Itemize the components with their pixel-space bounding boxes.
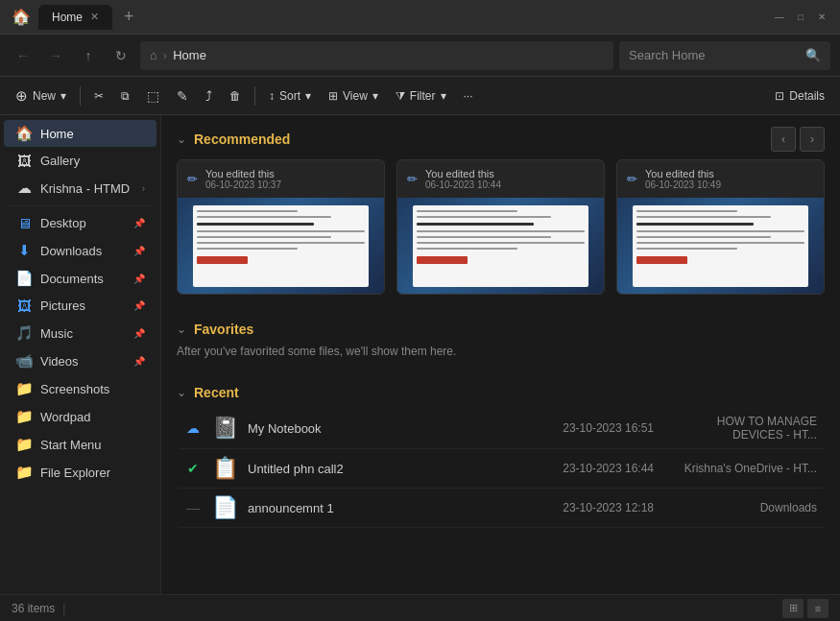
sort-arrow-icon: ▾ <box>305 89 311 103</box>
new-tab-button[interactable]: + <box>124 7 134 27</box>
close-button[interactable]: ✕ <box>815 11 828 24</box>
card-3-date: 06-10-2023 10:49 <box>645 179 721 190</box>
recent-item-3-location: Downloads <box>663 501 817 514</box>
new-button[interactable]: ⊕ New ▾ <box>8 82 74 110</box>
maximize-button[interactable]: □ <box>794 11 807 24</box>
app-icon: 🏠 <box>12 8 31 26</box>
wordpad-icon: 📁 <box>15 408 33 425</box>
recommended-prev-button[interactable]: ‹ <box>771 127 796 152</box>
sidebar-item-music[interactable]: 🎵 Music 📌 <box>4 320 156 346</box>
copy-button[interactable]: ⧉ <box>113 82 137 110</box>
details-icon: ⊡ <box>775 89 784 103</box>
cut-button[interactable]: ✂ <box>86 82 111 110</box>
back-icon: ← <box>16 48 30 63</box>
view-label: View <box>343 89 368 103</box>
list-view-button[interactable]: ≡ <box>807 599 828 618</box>
sidebar-item-fileexplorer[interactable]: 📁 File Explorer <box>4 459 156 486</box>
card-3-edit-icon: ✏ <box>627 172 637 186</box>
view-button[interactable]: ⊞ View ▾ <box>321 82 386 110</box>
more-button[interactable]: ··· <box>456 82 481 110</box>
recommended-cards: ✏ You edited this 06-10-2023 10:37 <box>161 159 840 310</box>
recent-item-2[interactable]: ✔ 📋 Untitled phn call2 23-10-2023 16:44 … <box>177 449 825 489</box>
paste-button[interactable]: ⬚ <box>139 82 167 110</box>
sidebar-item-gallery[interactable]: 🖼 Gallery <box>4 148 156 174</box>
refresh-button[interactable]: ↻ <box>108 42 134 69</box>
filter-label: Filter <box>410 89 436 103</box>
address-bar-input[interactable]: ⌂ › Home <box>140 41 613 70</box>
recent-chevron[interactable]: ⌄ <box>177 386 186 399</box>
recent-item-2-name: Untitled phn call2 <box>248 462 519 476</box>
recent-title: Recent <box>194 385 239 400</box>
sidebar-item-videos[interactable]: 📹 Videos 📌 <box>4 347 156 374</box>
sort-label: Sort <box>279 89 300 103</box>
doc-line <box>417 230 585 232</box>
recommended-next-button[interactable]: › <box>800 127 825 152</box>
pin-icon: 📌 <box>133 274 145 284</box>
details-label: Details <box>789 89 825 103</box>
paste-icon: ⬚ <box>147 88 159 104</box>
sidebar-item-downloads[interactable]: ⬇ Downloads 📌 <box>4 237 156 264</box>
sidebar-item-screenshots[interactable]: 📁 Screenshots <box>4 375 156 402</box>
rename-icon: ✎ <box>177 88 188 104</box>
details-button[interactable]: ⊡ Details <box>767 82 832 110</box>
view-arrow-icon: ▾ <box>372 89 378 103</box>
toolbar-right: ⊡ Details <box>767 82 832 110</box>
doc-title-line <box>417 223 534 226</box>
desktop-icon: 🖥 <box>15 215 33 231</box>
sidebar-startmenu-label: Start Menu <box>40 438 102 452</box>
sidebar-item-krishna[interactable]: ☁ Krishna - HTMD › <box>4 175 156 202</box>
recent-item-1-location: HOW TO MANAGE DEVICES - HT... <box>663 415 817 442</box>
recommended-card-3[interactable]: ✏ You edited this 06-10-2023 10:49 <box>616 159 825 295</box>
recent-item-3-date: 23-10-2023 12:18 <box>529 501 654 514</box>
sidebar-item-desktop[interactable]: 🖥 Desktop 📌 <box>4 210 156 236</box>
tab-close-icon[interactable]: ✕ <box>90 11 99 23</box>
up-button[interactable]: ↑ <box>75 42 102 69</box>
sidebar-item-wordpad[interactable]: 📁 Wordpad <box>4 403 156 430</box>
recommended-nav: ‹ › <box>771 127 825 152</box>
forward-button[interactable]: → <box>42 42 69 69</box>
back-button[interactable]: ← <box>10 42 36 69</box>
pin-icon: 📌 <box>133 300 145 311</box>
search-box[interactable]: Search Home 🔍 <box>619 41 830 70</box>
card-3-thumb-content <box>633 205 808 287</box>
sort-button[interactable]: ↕ Sort ▾ <box>261 82 319 110</box>
sidebar-music-label: Music <box>40 326 73 341</box>
filter-button[interactable]: ⧩ Filter ▾ <box>388 82 454 110</box>
recent-item-3-type-icon: 📄 <box>211 495 238 520</box>
rename-button[interactable]: ✎ <box>169 82 196 110</box>
doc-line <box>636 248 737 250</box>
grid-view-button[interactable]: ⊞ <box>782 599 804 618</box>
new-label: New <box>33 89 56 103</box>
doc-line <box>197 248 298 250</box>
cloud-icon: ☁ <box>15 179 33 197</box>
minimize-button[interactable]: — <box>773 11 786 24</box>
grid-view-icon: ⊞ <box>789 602 798 614</box>
sidebar-item-home[interactable]: 🏠 Home <box>4 120 156 147</box>
home-tab[interactable]: Home ✕ <box>38 5 112 30</box>
favorites-chevron[interactable]: ⌄ <box>177 322 186 336</box>
recommended-card-2[interactable]: ✏ You edited this 06-10-2023 10:44 <box>396 159 605 295</box>
recent-item-1[interactable]: ☁ 📓 My Notebook 23-10-2023 16:51 HOW TO … <box>177 408 825 449</box>
sidebar-item-documents[interactable]: 📄 Documents 📌 <box>4 265 156 292</box>
sidebar-item-startmenu[interactable]: 📁 Start Menu <box>4 431 156 458</box>
pictures-icon: 🖼 <box>15 298 33 314</box>
recent-item-2-date: 23-10-2023 16:44 <box>529 462 654 475</box>
recommended-chevron[interactable]: ⌄ <box>177 132 186 146</box>
card-1-info: You edited this 06-10-2023 10:37 <box>205 168 281 190</box>
recommended-card-1[interactable]: ✏ You edited this 06-10-2023 10:37 <box>177 159 385 295</box>
card-2-thumbnail <box>397 198 604 294</box>
items-count: 36 items <box>12 602 55 615</box>
sidebar-item-pictures[interactable]: 🖼 Pictures 📌 <box>4 293 156 319</box>
favorites-empty-text: After you've favorited some files, we'll… <box>161 345 840 373</box>
recent-item-1-type-icon: 📓 <box>211 416 238 441</box>
recent-item-3[interactable]: — 📄 announcemnt 1 23-10-2023 12:18 Downl… <box>177 489 825 528</box>
sidebar-pictures-label: Pictures <box>40 299 85 313</box>
delete-button[interactable]: 🗑 <box>222 82 249 110</box>
card-1-header: ✏ You edited this 06-10-2023 10:37 <box>178 160 384 198</box>
gallery-icon: 🖼 <box>15 153 33 169</box>
card-1-action: You edited this <box>205 168 281 179</box>
share-button[interactable]: ⤴ <box>198 82 220 110</box>
sort-icon: ↕ <box>269 89 275 103</box>
title-bar: 🏠 Home ✕ + — □ ✕ <box>0 0 840 35</box>
doc-line <box>417 210 517 212</box>
